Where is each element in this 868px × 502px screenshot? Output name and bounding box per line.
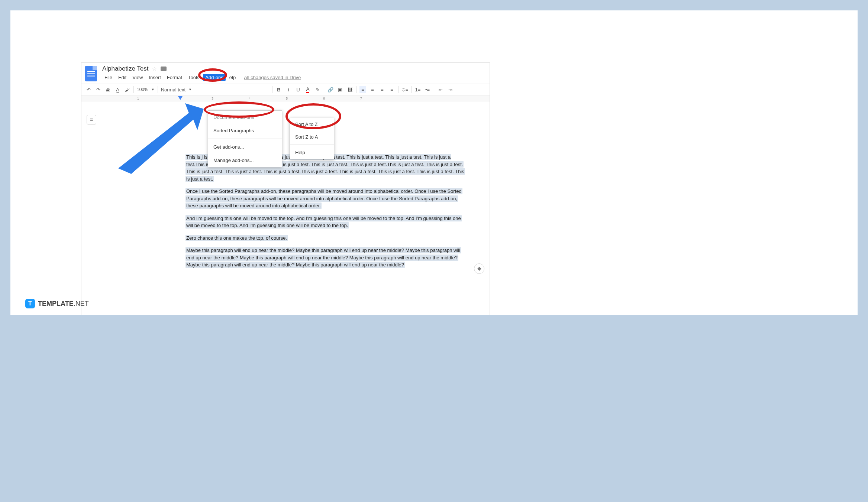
bulleted-list-icon[interactable]: •≡ — [424, 86, 431, 93]
align-right-icon[interactable]: ≡ — [379, 86, 385, 93]
text-color-icon[interactable]: A — [304, 86, 311, 93]
page-frame: Alphabetize Test ☆ File Edit View Insert… — [10, 10, 858, 315]
paragraph[interactable]: Maybe this paragraph will end up near th… — [185, 247, 461, 268]
watermark: T TEMPLATE.NET — [25, 299, 89, 308]
line-spacing-icon[interactable]: ⇕≡ — [401, 86, 408, 93]
menu-addons[interactable]: Add-ons — [203, 74, 225, 81]
paint-format-icon[interactable]: 🖌 — [124, 86, 130, 93]
numbered-list-icon[interactable]: 1≡ — [414, 86, 421, 93]
menu-insert[interactable]: Insert — [146, 74, 163, 81]
menu-file[interactable]: File — [102, 74, 114, 81]
menu-sort-za[interactable]: Sort Z to A — [290, 131, 334, 143]
save-status[interactable]: All changes saved in Drive — [242, 74, 303, 81]
annotation-arrow-icon — [111, 96, 211, 174]
addons-dropdown: Document add-ons Sorted Paragraphs Get a… — [208, 110, 282, 167]
menu-view[interactable]: View — [130, 74, 145, 81]
bold-icon[interactable]: B — [275, 86, 282, 93]
ruler-tick: 7 — [360, 97, 397, 100]
underline-icon[interactable]: U — [295, 86, 301, 93]
menu-manage-addons[interactable]: Manage add-ons... — [208, 154, 282, 167]
watermark-brand: TEMPLATE — [38, 300, 74, 307]
document-title[interactable]: Alphabetize Test — [102, 65, 148, 72]
menu-get-addons[interactable]: Get add-ons... — [208, 140, 282, 154]
sort-submenu: Sort A to Z Sort Z to A Help — [290, 118, 334, 159]
menu-sort-help[interactable]: Help — [290, 146, 334, 159]
menu-help[interactable]: elp — [227, 74, 238, 81]
align-justify-icon[interactable]: ≡ — [388, 86, 395, 93]
dropdown-header: Document add-ons — [208, 111, 282, 124]
image-icon[interactable]: 🖼 — [346, 86, 353, 93]
redo-icon[interactable]: ↷ — [95, 86, 101, 93]
menu-sorted-paragraphs[interactable]: Sorted Paragraphs — [208, 124, 282, 137]
svg-marker-0 — [118, 103, 204, 174]
indent-increase-icon[interactable]: ⇥ — [447, 86, 454, 93]
link-icon[interactable]: 🔗 — [327, 86, 334, 93]
paragraph[interactable]: Zero chance this one makes the top, of c… — [185, 235, 288, 241]
watermark-suffix: .NET — [74, 300, 89, 307]
indent-decrease-icon[interactable]: ⇤ — [437, 86, 444, 93]
comment-icon[interactable]: ▣ — [337, 86, 343, 93]
explore-icon[interactable]: ◆ — [474, 263, 484, 274]
ruler-tick: 4 — [249, 97, 286, 100]
menu-edit[interactable]: Edit — [116, 74, 129, 81]
ruler-tick: 3 — [212, 97, 249, 100]
align-center-icon[interactable]: ≡ — [369, 86, 376, 93]
italic-icon[interactable]: I — [285, 86, 292, 93]
watermark-logo-icon: T — [25, 299, 35, 308]
paragraph[interactable]: Once I use the Sorted Paragraphs add-on,… — [185, 188, 462, 209]
menu-tools[interactable]: Tools — [186, 74, 201, 81]
undo-icon[interactable]: ↶ — [85, 86, 92, 93]
highlight-icon[interactable]: ✎ — [314, 86, 321, 93]
outline-toggle-icon[interactable]: ≡ — [87, 115, 96, 124]
star-icon[interactable]: ☆ — [152, 66, 157, 72]
folder-icon[interactable] — [161, 67, 167, 71]
ruler-tick: 6 — [323, 97, 360, 100]
align-left-icon[interactable]: ≡ — [359, 86, 366, 93]
toolbar: ↶ ↷ 🖶 A̲ 🖌 100%▼ Normal text▼ B I U A ✎ … — [81, 84, 490, 95]
paragraph[interactable]: And I'm guessing this one will be moved … — [185, 215, 462, 229]
print-icon[interactable]: 🖶 — [104, 86, 111, 93]
doc-header: Alphabetize Test ☆ File Edit View Insert… — [81, 63, 490, 84]
menu-format[interactable]: Format — [165, 74, 184, 81]
style-select[interactable]: Normal text — [161, 87, 185, 93]
ruler-tick: 5 — [286, 97, 323, 100]
menu-sort-az[interactable]: Sort A to Z — [290, 118, 334, 131]
docs-logo-icon[interactable] — [85, 66, 97, 81]
spellcheck-icon[interactable]: A̲ — [114, 86, 121, 93]
menu-bar: File Edit View Insert Format Tools Add-o… — [102, 74, 303, 81]
zoom-select[interactable]: 100% — [137, 87, 148, 92]
